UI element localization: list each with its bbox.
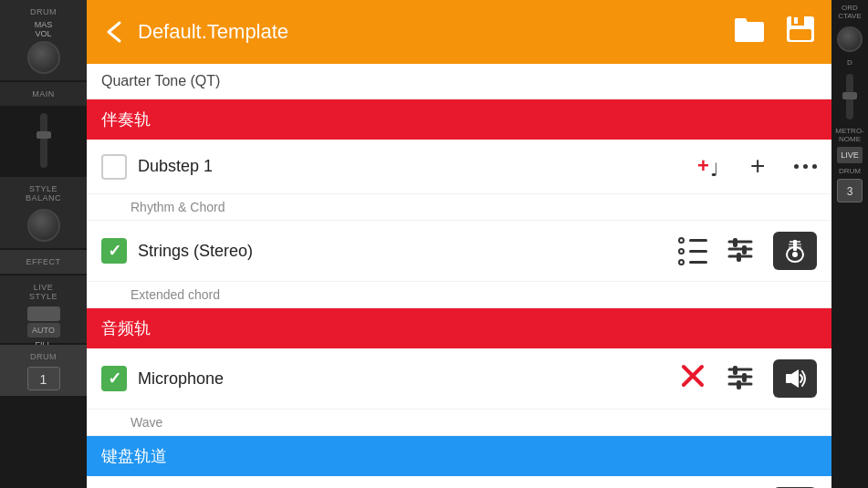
drum-button-3[interactable]: 3 bbox=[837, 179, 863, 202]
dubstep-actions: + ♩ + bbox=[695, 152, 817, 182]
sidebar-label-style: STYLEBALANC bbox=[0, 181, 87, 206]
dubstep-checkbox[interactable] bbox=[101, 154, 127, 180]
right-label-ord: ORDCTAVE bbox=[838, 4, 861, 20]
live-btn[interactable]: LIVE bbox=[837, 147, 863, 163]
svg-rect-12 bbox=[737, 253, 741, 262]
dubstep-sublabel: Rhythm & Chord bbox=[87, 194, 831, 221]
sidebar-label-live: LIVESTYLE bbox=[0, 279, 87, 305]
list-dot-1 bbox=[678, 237, 685, 244]
list-line-3 bbox=[689, 261, 707, 264]
svg-text:+: + bbox=[697, 154, 709, 177]
svg-rect-27 bbox=[786, 374, 791, 383]
sidebar-label-master: MASVOL bbox=[0, 20, 87, 38]
live-style-toggle[interactable] bbox=[27, 306, 60, 321]
track-row-piano: Piano bbox=[87, 476, 831, 488]
auto-fill-toggle[interactable]: AUTOFILL bbox=[27, 323, 60, 337]
content-area: Quarter Tone (QT) 伴奏轨 Dubstep 1 + ♩ bbox=[87, 64, 831, 488]
svg-rect-3 bbox=[794, 17, 798, 24]
sidebar-label-effect: EFFECT bbox=[0, 254, 87, 270]
list-dot-2 bbox=[678, 248, 685, 254]
fader-button-strings[interactable] bbox=[726, 234, 755, 267]
quarter-tone-row: Quarter Tone (QT) bbox=[87, 64, 831, 99]
drum-button-1[interactable]: 1 bbox=[27, 367, 60, 390]
delete-button-microphone[interactable] bbox=[678, 361, 707, 397]
svg-rect-2 bbox=[790, 29, 811, 40]
right-slider[interactable] bbox=[846, 74, 853, 119]
right-label-d: D bbox=[847, 58, 852, 67]
sidebar-label-drum2: DRUM bbox=[0, 348, 87, 365]
svg-text:+: + bbox=[750, 152, 765, 180]
dot-1 bbox=[794, 164, 799, 169]
microphone-checkbox[interactable] bbox=[101, 366, 127, 391]
list-line-2 bbox=[689, 250, 707, 253]
list-line-1 bbox=[689, 239, 707, 242]
fader-button-microphone[interactable] bbox=[726, 362, 755, 395]
svg-rect-22 bbox=[733, 366, 737, 375]
right-label-drum: DRUM bbox=[839, 167, 861, 175]
main-slider[interactable] bbox=[40, 113, 47, 168]
add-button[interactable]: + bbox=[747, 152, 776, 182]
save-icon[interactable] bbox=[784, 15, 817, 50]
dubstep-name: Dubstep 1 bbox=[138, 157, 695, 176]
section-header-audio: 音频轨 bbox=[87, 308, 831, 348]
right-knob-1[interactable] bbox=[837, 26, 863, 52]
svg-rect-10 bbox=[742, 245, 747, 254]
svg-rect-26 bbox=[737, 380, 741, 389]
sidebar-label-main: MAIN bbox=[0, 86, 87, 102]
speaker-button[interactable] bbox=[773, 359, 817, 398]
header-title: Default.Template bbox=[138, 20, 733, 44]
folder-icon[interactable] bbox=[733, 15, 766, 50]
track-row-strings: Strings (Stereo) bbox=[87, 221, 831, 282]
strings-checkbox[interactable] bbox=[101, 238, 127, 264]
track-row-dubstep: Dubstep 1 + ♩ + bbox=[87, 140, 831, 194]
master-vol-knob[interactable] bbox=[27, 41, 60, 74]
quarter-tone-label: Quarter Tone (QT) bbox=[101, 73, 220, 89]
svg-point-14 bbox=[792, 252, 798, 257]
instrument-settings-button[interactable] bbox=[678, 237, 707, 265]
right-label-metronome: METRO-NOME bbox=[835, 127, 864, 143]
add-note-button[interactable]: + ♩ bbox=[695, 152, 728, 182]
microphone-name: Microphone bbox=[138, 369, 678, 389]
more-options-button[interactable] bbox=[794, 164, 817, 169]
svg-rect-8 bbox=[733, 238, 737, 247]
dot-2 bbox=[803, 164, 808, 169]
left-sidebar: DRUM MASVOL MAIN STYLEBALANC EFFECT LIVE… bbox=[0, 0, 87, 488]
section-header-accompaniment: 伴奏轨 bbox=[87, 99, 831, 140]
svg-text:♩: ♩ bbox=[710, 160, 718, 180]
guitar-instrument-button[interactable] bbox=[773, 232, 817, 270]
microphone-actions bbox=[678, 359, 817, 398]
strings-sublabel: Extended chord bbox=[87, 282, 831, 308]
microphone-sublabel: Wave bbox=[87, 410, 831, 436]
strings-name: Strings (Stereo) bbox=[138, 242, 678, 261]
header-icons bbox=[733, 15, 817, 50]
dot-3 bbox=[812, 164, 817, 169]
right-sidebar: ORDCTAVE D METRO-NOME LIVE DRUM 3 bbox=[831, 0, 868, 488]
track-row-microphone: Microphone bbox=[87, 348, 831, 410]
main-panel: Default.Template Quarter Tone (QT) bbox=[87, 0, 831, 488]
section-header-keyboard: 键盘轨道 bbox=[87, 436, 831, 476]
sidebar-label-drum: DRUM bbox=[0, 4, 87, 20]
style-balance-knob[interactable] bbox=[27, 209, 60, 242]
back-button[interactable] bbox=[101, 19, 127, 45]
strings-actions bbox=[678, 232, 817, 270]
header: Default.Template bbox=[87, 0, 831, 64]
svg-rect-24 bbox=[742, 373, 747, 382]
list-dot-3 bbox=[678, 259, 685, 265]
